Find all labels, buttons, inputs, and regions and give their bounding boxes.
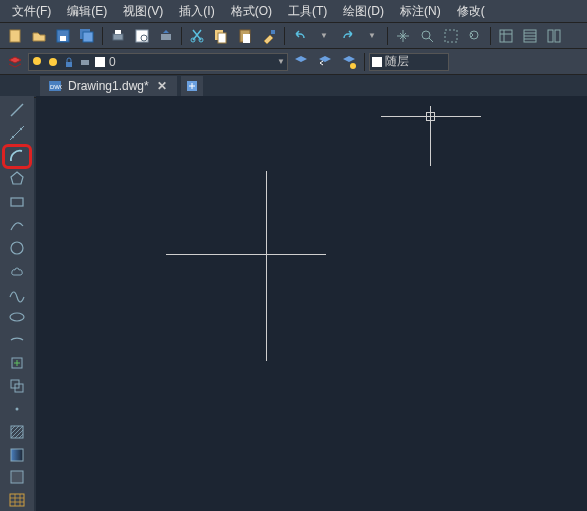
- redo-dropdown[interactable]: ▼: [361, 25, 383, 47]
- svg-rect-5: [113, 34, 123, 40]
- undo-button[interactable]: [289, 25, 311, 47]
- svg-rect-12: [215, 30, 223, 40]
- document-tab[interactable]: DWG Drawing1.dwg* ✕: [40, 76, 177, 96]
- svg-point-24: [33, 57, 41, 65]
- print-button[interactable]: [107, 25, 129, 47]
- layer-isolate-button[interactable]: [338, 51, 360, 73]
- lock-icon: [63, 56, 75, 68]
- polygon-tool[interactable]: [4, 169, 30, 190]
- layer-bylayer-selector[interactable]: 随层: [369, 53, 449, 71]
- svg-rect-2: [60, 36, 66, 41]
- svg-rect-1: [57, 30, 69, 42]
- plot-icon: [79, 56, 91, 68]
- layer-properties-button[interactable]: [4, 51, 26, 73]
- line-tool[interactable]: [4, 100, 30, 121]
- layer-name: 0: [109, 55, 116, 69]
- open-button[interactable]: [28, 25, 50, 47]
- paste-button[interactable]: [234, 25, 256, 47]
- svg-rect-18: [445, 30, 457, 42]
- svg-rect-31: [187, 81, 197, 91]
- layer-states-button[interactable]: [290, 51, 312, 73]
- svg-rect-15: [243, 34, 250, 43]
- freeze-icon: [47, 56, 59, 68]
- saveall-button[interactable]: [76, 25, 98, 47]
- zoom-realtime-button[interactable]: [416, 25, 438, 47]
- svg-rect-42: [11, 449, 23, 461]
- cut-button[interactable]: [186, 25, 208, 47]
- svg-rect-9: [161, 34, 171, 40]
- svg-rect-34: [11, 198, 23, 206]
- menu-view[interactable]: 视图(V): [115, 3, 171, 20]
- arc-tool[interactable]: [4, 146, 30, 167]
- lightbulb-icon: [31, 56, 43, 68]
- dwg-icon: DWG: [48, 79, 62, 93]
- svg-text:DWG: DWG: [50, 84, 62, 90]
- construction-line-tool[interactable]: [4, 123, 30, 144]
- svg-point-28: [350, 63, 356, 69]
- svg-point-40: [16, 407, 19, 410]
- circle-tool[interactable]: [4, 238, 30, 259]
- design-center-button[interactable]: [519, 25, 541, 47]
- pan-button[interactable]: [392, 25, 414, 47]
- svg-point-36: [10, 313, 24, 321]
- svg-rect-41: [11, 426, 23, 438]
- tool-palettes-button[interactable]: [543, 25, 565, 47]
- svg-point-25: [49, 58, 57, 66]
- point-tool[interactable]: [4, 398, 30, 419]
- bylayer-label: 随层: [385, 53, 409, 70]
- save-button[interactable]: [52, 25, 74, 47]
- svg-rect-37: [12, 358, 22, 368]
- pickbox-cursor: [426, 112, 435, 121]
- print-preview-button[interactable]: [131, 25, 153, 47]
- ellipse-tool[interactable]: [4, 306, 30, 327]
- svg-rect-14: [240, 30, 250, 42]
- redo-button[interactable]: [337, 25, 359, 47]
- insert-block-tool[interactable]: [4, 352, 30, 373]
- menu-edit[interactable]: 编辑(E): [59, 3, 115, 20]
- menu-file[interactable]: 文件(F): [4, 3, 59, 20]
- layer-previous-button[interactable]: [314, 51, 336, 73]
- publish-button[interactable]: [155, 25, 177, 47]
- layers-toolbar: 0 ▼ 随层: [0, 48, 587, 74]
- gradient-tool[interactable]: [4, 444, 30, 465]
- svg-point-11: [199, 38, 203, 42]
- svg-rect-3: [80, 29, 90, 39]
- plus-doc-icon: [185, 79, 199, 93]
- menu-format[interactable]: 格式(O): [223, 3, 280, 20]
- undo-dropdown[interactable]: ▼: [313, 25, 335, 47]
- menu-dimension[interactable]: 标注(N): [392, 3, 449, 20]
- svg-point-33: [20, 128, 22, 130]
- document-tabs: DWG Drawing1.dwg* ✕: [0, 74, 587, 98]
- arc-3point-tool[interactable]: [4, 215, 30, 236]
- svg-rect-27: [81, 60, 89, 65]
- svg-rect-44: [10, 494, 24, 506]
- copy-button[interactable]: [210, 25, 232, 47]
- svg-rect-38: [11, 380, 19, 388]
- properties-button[interactable]: [495, 25, 517, 47]
- region-tool[interactable]: [4, 467, 30, 488]
- menu-insert[interactable]: 插入(I): [171, 3, 222, 20]
- zoom-previous-button[interactable]: [464, 25, 486, 47]
- menu-tools[interactable]: 工具(T): [280, 3, 335, 20]
- menu-draw[interactable]: 绘图(D): [335, 3, 392, 20]
- rectangle-tool[interactable]: [4, 192, 30, 213]
- make-block-tool[interactable]: [4, 375, 30, 396]
- spline-tool[interactable]: [4, 284, 30, 305]
- draw-tool-palette: [0, 96, 34, 511]
- new-button[interactable]: [4, 25, 26, 47]
- svg-point-10: [191, 38, 195, 42]
- tab-title: Drawing1.dwg*: [68, 79, 149, 93]
- drawing-canvas[interactable]: [36, 96, 587, 511]
- layer-selector[interactable]: 0 ▼: [28, 53, 288, 71]
- menu-modify[interactable]: 修改(: [449, 3, 493, 20]
- revision-cloud-tool[interactable]: [4, 261, 30, 282]
- matchprop-button[interactable]: [258, 25, 280, 47]
- ellipse-arc-tool[interactable]: [4, 329, 30, 350]
- zoom-window-button[interactable]: [440, 25, 462, 47]
- svg-point-17: [422, 31, 430, 39]
- table-tool[interactable]: [4, 490, 30, 511]
- tab-close-button[interactable]: ✕: [155, 79, 169, 93]
- svg-rect-4: [83, 32, 93, 42]
- new-tab-button[interactable]: [181, 76, 203, 96]
- hatch-tool[interactable]: [4, 421, 30, 442]
